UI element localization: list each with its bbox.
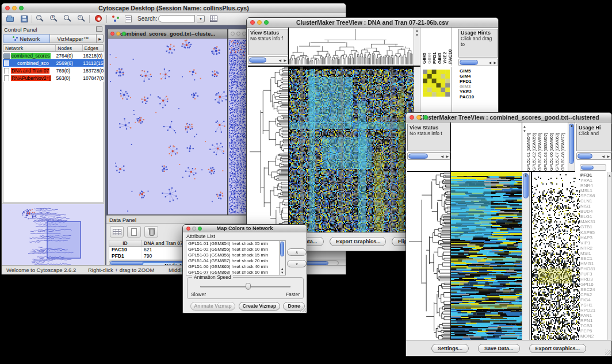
map-colors-dialog: Map Colors to Network Attribute List GPL…: [182, 224, 307, 313]
table-edit-icon[interactable]: [209, 14, 219, 24]
tv1-column-dendrogram[interactable]: [288, 28, 414, 64]
minimize-button[interactable]: [416, 115, 421, 120]
float-panel-icon[interactable]: [96, 26, 102, 32]
network-view-titlebar[interactable]: combined_scores_good.txt--cluste...: [108, 29, 227, 39]
status-welcome: Welcome to Cytoscape 2.6.2: [6, 267, 76, 273]
tv2-gene-label: MON2: [580, 334, 607, 339]
network-table-row[interactable]: combined_sco 2569(6) 13112(15): [3, 59, 104, 67]
annotation-icon[interactable]: [124, 14, 134, 24]
delete-attribute-icon[interactable]: [144, 226, 158, 237]
main-titlebar[interactable]: Cytoscape Desktop (Session Name: collins…: [2, 3, 346, 13]
resize-grip[interactable]: [300, 306, 306, 312]
zoom-selected-icon[interactable]: ▫: [76, 14, 87, 24]
tv2-gene-label: RNR4: [580, 183, 607, 188]
network-overview-canvas[interactable]: [2, 204, 104, 269]
network-table-row[interactable]: RNAPuberNov2+| 563(0) 107847(0): [3, 74, 104, 82]
help-lifesaver-icon[interactable]: [94, 14, 104, 24]
network-table-row[interactable]: combined_scores 2764(0) 16218(0): [3, 52, 104, 59]
attribute-list-item[interactable]: GPL51-06 (GSM865) heat shock 40 min: [186, 264, 285, 270]
column-id[interactable]: ID: [109, 240, 141, 246]
status-hint-zoom: Right-click + drag to ZOOM: [88, 267, 154, 273]
tv2-row-dendrogram[interactable]: [407, 172, 450, 341]
minimize-button[interactable]: [116, 32, 120, 36]
node-edit-icon[interactable]: [111, 14, 121, 24]
attribute-list: GPL51-01 (GSM854) heat shock 05 minGPL51…: [186, 240, 286, 275]
animate-vizmap-button[interactable]: Animate Vizmap: [190, 302, 235, 311]
zoom-button[interactable]: [423, 115, 428, 120]
new-attribute-icon[interactable]: [127, 226, 141, 237]
export-graphics-button[interactable]: Export Graphics...: [529, 344, 587, 353]
tv2-status-scrollbar[interactable]: ◀▶: [407, 152, 450, 160]
tab-network[interactable]: Network: [3, 34, 50, 43]
tab-vizmapper[interactable]: VizMapper™: [50, 34, 97, 43]
close-button[interactable]: [231, 32, 235, 36]
tv1-gene-label: GIM3: [460, 84, 498, 89]
close-button[interactable]: [5, 6, 10, 10]
tv1-correlation-minimap[interactable]: [423, 70, 450, 97]
attribute-list-item[interactable]: GPL51-03 (GSM856) heat shock 15 min: [186, 252, 285, 258]
zoom-button[interactable]: [264, 20, 269, 25]
tv2-gene-hscrollbar[interactable]: [580, 164, 606, 171]
tv2-top-vscrollbar[interactable]: ▲▼: [568, 122, 575, 172]
minimize-button[interactable]: [236, 32, 240, 36]
save-icon[interactable]: [19, 14, 29, 24]
attribute-list-item[interactable]: GPL51-04 (GSM857) heat shock 20 min: [186, 258, 285, 264]
network-view-title: combined_scores_good.txt--cluste...: [108, 30, 227, 37]
attribute-list-scrollbar[interactable]: ▲▼: [279, 241, 285, 275]
close-button[interactable]: [110, 32, 114, 36]
network-view-window: combined_scores_good.txt--cluste...: [108, 29, 228, 215]
zoom-button[interactable]: [242, 32, 246, 36]
zoom-button[interactable]: [198, 227, 202, 231]
tv2-usage-scrollbar[interactable]: ◀▶: [576, 152, 611, 160]
tv2-gene-label: TCB3: [580, 323, 607, 328]
minimize-button[interactable]: [12, 6, 17, 10]
tv2-gene-label: YRA1: [580, 178, 607, 183]
zoom-fit-icon[interactable]: [63, 14, 73, 24]
speed-slider-thumb[interactable]: [246, 283, 251, 290]
tv2-gene-label: MAK31: [580, 219, 607, 224]
tv1-row-dendrogram[interactable]: [248, 67, 288, 233]
zoom-button[interactable]: [122, 32, 126, 36]
speed-slider-track[interactable]: [200, 286, 290, 288]
zoom-out-icon[interactable]: −: [35, 14, 45, 24]
zoom-button[interactable]: [19, 6, 24, 10]
close-button[interactable]: [410, 115, 414, 120]
tv1-status-scrollbar[interactable]: ◀▶: [248, 56, 288, 64]
tv2-gene-vscrollbar[interactable]: ▲: [607, 172, 612, 341]
network-view-canvas[interactable]: [108, 39, 227, 214]
create-vizmap-button[interactable]: Create Vizmap: [239, 302, 280, 311]
treeview1-titlebar[interactable]: ClusterMaker TreeView : DNA and Tran 07-…: [247, 18, 498, 28]
close-button[interactable]: [186, 227, 190, 231]
tv1-top-vscrollbar[interactable]: ▲▼: [414, 28, 420, 66]
search-dropdown-icon[interactable]: ▼: [197, 15, 205, 22]
open-file-icon[interactable]: [5, 14, 16, 24]
attribute-list-item[interactable]: GPL51-01 (GSM854) heat shock 05 min: [186, 241, 285, 247]
move-up-button[interactable]: ∧: [287, 248, 307, 256]
zoom-in-icon[interactable]: +: [49, 14, 59, 24]
tv2-main-vscrollbar[interactable]: ▲▼: [522, 172, 530, 341]
tv2-button-bar: Settings... Save Data... Export Graphics…: [406, 340, 611, 356]
tv1-usage-scrollbar[interactable]: ◀▶: [458, 59, 498, 66]
tv2-gene-label: CLN1: [580, 198, 607, 204]
main-window-title: Cytoscape Desktop (Session Name: collins…: [2, 5, 346, 12]
attribute-list-item[interactable]: GPL51-02 (GSM855) heat shock 10 min: [186, 247, 285, 252]
dialog-titlebar[interactable]: Map Colors to Network: [183, 225, 307, 232]
attribute-list-label: Attribute List: [186, 233, 215, 239]
treeview2-titlebar[interactable]: ClusterMaker TreeView : combined_scores_…: [406, 113, 611, 122]
tv2-column-label: GPL51-07 (GSM868): [554, 125, 560, 171]
settings-button[interactable]: Settings...: [431, 344, 469, 353]
move-down-button[interactable]: ∨: [287, 260, 307, 267]
minimize-button[interactable]: [192, 227, 196, 231]
network-table-row[interactable]: DNA and Tran 07 769(0) 183728(0): [3, 67, 104, 74]
tab-overflow-arrow[interactable]: ▶: [97, 34, 104, 43]
search-input[interactable]: [158, 15, 195, 22]
save-data-button[interactable]: Save Data...: [478, 344, 520, 353]
tv1-heatmap-canvas[interactable]: [288, 67, 414, 233]
tv2-heatmap-canvas[interactable]: [450, 172, 522, 341]
close-button[interactable]: [250, 20, 255, 25]
minimize-button[interactable]: [257, 20, 262, 25]
attribute-table-icon[interactable]: [110, 226, 124, 237]
tv2-secondary-heatmap-canvas[interactable]: [531, 172, 580, 341]
export-graphics-button[interactable]: Export Graphics...: [330, 237, 386, 246]
resize-grip[interactable]: [605, 350, 611, 355]
